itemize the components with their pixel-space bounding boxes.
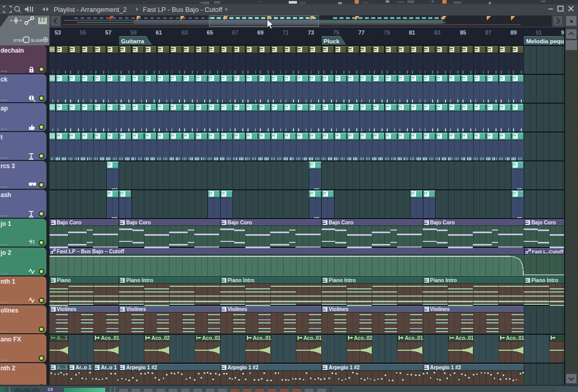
svg-text:53: 53 <box>55 29 61 36</box>
svg-text:85: 85 <box>460 29 466 36</box>
svg-text:Bajo Coro: Bajo Coro <box>126 220 151 225</box>
svg-text:Arpegio 1 #2: Arpegio 1 #2 <box>227 365 258 370</box>
svg-text:Bajo Coro: Bajo Coro <box>430 220 455 225</box>
svg-text:Bajo Coro: Bajo Coro <box>329 220 354 225</box>
svg-text:Piano: Piano <box>57 277 71 283</box>
svg-text:Arpegio 1 #2: Arpegio 1 #2 <box>430 365 461 370</box>
svg-text:67: 67 <box>232 29 238 36</box>
svg-text:61: 61 <box>156 29 162 36</box>
svg-text:Violines: Violines <box>430 306 450 312</box>
svg-text:Piano Intro: Piano Intro <box>227 277 254 283</box>
svg-text:73: 73 <box>308 29 314 36</box>
svg-text:Fast LP - Bus Bajo - Cutoff: Fast LP - Bus Bajo - Cutoff <box>143 6 223 13</box>
svg-text:57: 57 <box>105 29 111 36</box>
svg-text:Violines: Violines <box>329 306 349 312</box>
svg-text:71: 71 <box>283 29 289 36</box>
svg-text:Aco..01: Aco..01 <box>303 335 322 341</box>
svg-text:Piano Intro: Piano Intro <box>430 277 457 283</box>
svg-text:Violines: Violines <box>227 306 247 312</box>
svg-text:Fast L..Cutoff: Fast L..Cutoff <box>532 249 564 254</box>
svg-text:Aco..02: Aco..02 <box>152 335 170 341</box>
svg-text:89: 89 <box>510 29 517 36</box>
svg-text:A...1: A...1 <box>57 365 68 370</box>
svg-text:69: 69 <box>257 29 263 36</box>
svg-text:Aco..01: Aco..01 <box>101 335 120 341</box>
svg-text:75: 75 <box>333 29 339 36</box>
svg-text:A...1: A...1 <box>57 335 68 341</box>
svg-text:Fast LP – Bus Bajo – Cutoff: Fast LP – Bus Bajo – Cutoff <box>57 249 125 254</box>
svg-text:Aco..01: Aco..01 <box>253 335 271 341</box>
svg-text:55: 55 <box>80 29 86 36</box>
svg-text:Aco..01: Aco..01 <box>202 335 221 341</box>
svg-text:Ar..o 1: Ar..o 1 <box>101 365 117 370</box>
svg-text:Bajo Coro: Bajo Coro <box>531 220 556 225</box>
svg-text:Violines: Violines <box>57 306 77 312</box>
svg-text:Aco..02: Aco..02 <box>354 335 373 341</box>
svg-text:Bajo Coro: Bajo Coro <box>57 220 81 225</box>
svg-text:Aco..01: Aco..01 <box>455 335 474 341</box>
svg-text:83: 83 <box>434 29 440 36</box>
svg-text:77: 77 <box>358 29 365 36</box>
svg-text:Piano Intro: Piano Intro <box>329 277 356 283</box>
svg-text:87: 87 <box>485 29 491 36</box>
svg-text:Playlist - Arrangement_2: Playlist - Arrangement_2 <box>54 6 127 13</box>
svg-text:Piano Intro: Piano Intro <box>126 277 153 283</box>
svg-text:Ar..o 1: Ar..o 1 <box>76 365 92 370</box>
svg-text:81: 81 <box>409 29 415 36</box>
svg-text:Arpegio 1 #2: Arpegio 1 #2 <box>329 365 360 370</box>
svg-text:59: 59 <box>130 29 137 36</box>
svg-text:Violines: Violines <box>126 306 146 312</box>
svg-text:63: 63 <box>181 29 188 36</box>
svg-text:Aco..01: Aco..01 <box>405 335 423 341</box>
svg-text:SLIDE: SLIDE <box>31 38 43 43</box>
svg-text:Arpegio 1 #2: Arpegio 1 #2 <box>126 365 157 370</box>
svg-text:Melodia peque: Melodia peque <box>526 38 564 44</box>
svg-text:65: 65 <box>207 29 213 36</box>
svg-text:79: 79 <box>384 29 390 36</box>
svg-text:Guitarra: Guitarra <box>121 38 144 44</box>
svg-text:Aco..01: Aco..01 <box>506 335 524 341</box>
svg-text:91: 91 <box>536 29 542 36</box>
svg-text:Piano Intro: Piano Intro <box>531 277 558 283</box>
svg-text:Bajo Coro: Bajo Coro <box>227 220 252 225</box>
svg-text:STEP: STEP <box>13 38 24 43</box>
svg-text:Pluck: Pluck <box>324 38 340 44</box>
